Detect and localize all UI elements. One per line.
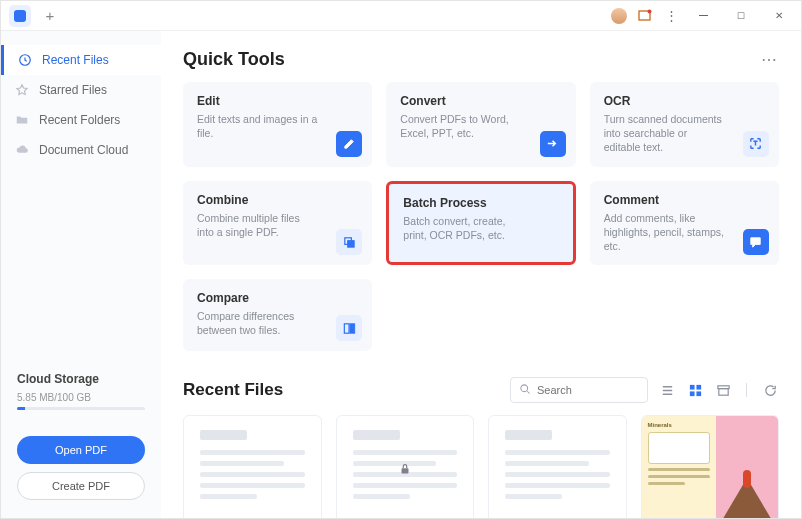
- tool-card-batch-process[interactable]: Batch Process Batch convert, create, pri…: [386, 181, 575, 266]
- titlebar: + ⋮: [1, 1, 801, 31]
- ocr-icon: T: [743, 131, 769, 157]
- tool-desc: Compare differences between two files.: [197, 309, 319, 337]
- quick-tools-more-icon[interactable]: ⋯: [761, 50, 779, 69]
- tool-desc: Combine multiple files into a single PDF…: [197, 211, 319, 239]
- tool-desc: Batch convert, create, print, OCR PDFs, …: [403, 214, 521, 242]
- svg-rect-12: [696, 391, 701, 396]
- svg-rect-7: [350, 323, 355, 332]
- notifications-icon[interactable]: [637, 8, 653, 24]
- tool-title: OCR: [604, 94, 767, 108]
- tool-desc: Edit texts and images in a file.: [197, 112, 319, 140]
- app-logo: [9, 5, 31, 27]
- recent-file-thumbnail[interactable]: Minerals: [641, 415, 780, 518]
- tool-title: Comment: [604, 193, 767, 207]
- star-icon: [15, 83, 29, 97]
- list-view-icon[interactable]: [658, 381, 676, 399]
- refresh-icon[interactable]: [761, 381, 779, 399]
- tool-title: Batch Process: [403, 196, 560, 210]
- window-maximize-button[interactable]: [727, 6, 755, 26]
- recent-files-title: Recent Files: [183, 380, 283, 400]
- tool-card-ocr[interactable]: OCR Turn scanned documents into searchab…: [590, 82, 779, 167]
- recent-file-card[interactable]: [183, 415, 322, 518]
- clock-icon: [18, 53, 32, 67]
- cloud-icon: [15, 143, 29, 157]
- sidebar-item-starred-files[interactable]: Starred Files: [1, 75, 161, 105]
- svg-point-8: [521, 385, 528, 392]
- convert-icon: [540, 131, 566, 157]
- batch-icon: [537, 226, 563, 252]
- tool-card-compare[interactable]: Compare Compare differences between two …: [183, 279, 372, 351]
- recent-files-grid: Minerals: [183, 415, 779, 518]
- sidebar-item-label: Recent Folders: [39, 113, 120, 127]
- svg-rect-5: [347, 240, 354, 247]
- cloud-storage-bar: [17, 407, 145, 410]
- new-tab-button[interactable]: +: [39, 5, 61, 27]
- window-close-button[interactable]: [765, 6, 793, 26]
- tool-desc: Add comments, like highlights, pencil, s…: [604, 211, 726, 254]
- tool-desc: Convert PDFs to Word, Excel, PPT, etc.: [400, 112, 522, 140]
- window-minimize-button[interactable]: [689, 6, 717, 26]
- compare-icon: [336, 315, 362, 341]
- tool-title: Edit: [197, 94, 360, 108]
- open-pdf-button[interactable]: Open PDF: [17, 436, 145, 464]
- cloud-storage-block: Cloud Storage 5.85 MB/100 GB: [1, 372, 161, 426]
- recent-file-card[interactable]: [488, 415, 627, 518]
- edit-icon: [336, 131, 362, 157]
- quick-tools-title: Quick Tools: [183, 49, 285, 70]
- sidebar-item-label: Recent Files: [42, 53, 109, 67]
- user-avatar[interactable]: [611, 8, 627, 24]
- svg-rect-10: [696, 384, 701, 389]
- search-input[interactable]: [537, 384, 639, 396]
- search-icon: [519, 381, 531, 399]
- sidebar-item-label: Document Cloud: [39, 143, 128, 157]
- lock-icon: [398, 462, 412, 480]
- svg-text:T: T: [754, 140, 758, 146]
- svg-rect-11: [689, 391, 694, 396]
- tool-title: Compare: [197, 291, 360, 305]
- thumbnail-title: Minerals: [648, 422, 710, 428]
- cloud-storage-usage: 5.85 MB/100 GB: [17, 392, 145, 403]
- svg-rect-15: [401, 468, 408, 473]
- tool-card-combine[interactable]: Combine Combine multiple files into a si…: [183, 181, 372, 266]
- sidebar-item-recent-folders[interactable]: Recent Folders: [1, 105, 161, 135]
- tool-card-convert[interactable]: Convert Convert PDFs to Word, Excel, PPT…: [386, 82, 575, 167]
- svg-rect-14: [718, 388, 727, 395]
- sidebar-item-recent-files[interactable]: Recent Files: [1, 45, 161, 75]
- tool-title: Combine: [197, 193, 360, 207]
- search-box[interactable]: [510, 377, 648, 403]
- cloud-storage-title: Cloud Storage: [17, 372, 145, 386]
- quick-tools-grid: Edit Edit texts and images in a file. Co…: [183, 82, 779, 351]
- divider: [746, 383, 747, 397]
- svg-rect-6: [344, 323, 349, 332]
- comment-icon: [743, 229, 769, 255]
- main-content: Quick Tools ⋯ Edit Edit texts and images…: [161, 31, 801, 518]
- recent-file-card-locked[interactable]: [336, 415, 475, 518]
- kebab-menu-icon[interactable]: ⋮: [663, 8, 679, 24]
- sidebar-item-label: Starred Files: [39, 83, 107, 97]
- folder-icon: [15, 113, 29, 127]
- create-pdf-button[interactable]: Create PDF: [17, 472, 145, 500]
- tool-card-edit[interactable]: Edit Edit texts and images in a file.: [183, 82, 372, 167]
- sidebar-item-document-cloud[interactable]: Document Cloud: [1, 135, 161, 165]
- sidebar: Recent Files Starred Files Recent Folder…: [1, 31, 161, 518]
- thumbnail-image: [716, 416, 778, 518]
- tool-card-comment[interactable]: Comment Add comments, like highlights, p…: [590, 181, 779, 266]
- svg-rect-9: [689, 384, 694, 389]
- svg-point-1: [648, 9, 652, 13]
- combine-icon: [336, 229, 362, 255]
- archive-icon[interactable]: [714, 381, 732, 399]
- tool-title: Convert: [400, 94, 563, 108]
- grid-view-icon[interactable]: [686, 381, 704, 399]
- tool-desc: Turn scanned documents into searchable o…: [604, 112, 726, 155]
